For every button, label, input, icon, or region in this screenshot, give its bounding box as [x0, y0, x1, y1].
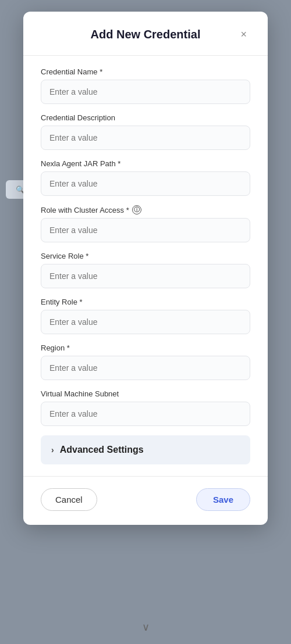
modal-footer: Cancel Save [41, 488, 250, 511]
field-group-credential-name: Credential Name * [41, 67, 250, 104]
input-entity-role[interactable] [41, 310, 250, 334]
modal-header: Add New Credential × [41, 28, 250, 41]
label-nexla-agent-jar-path: Nexla Agent JAR Path * [41, 159, 250, 168]
label-role-with-cluster-access: Role with Cluster Access *ⓘ [41, 205, 250, 214]
info-icon[interactable]: ⓘ [132, 205, 141, 214]
label-credential-description: Credential Description [41, 113, 250, 122]
advanced-settings-button[interactable]: › Advanced Settings [41, 435, 250, 464]
cancel-button[interactable]: Cancel [41, 488, 97, 511]
fields-container: Credential Name *Credential DescriptionN… [41, 67, 250, 426]
chevron-right-icon: › [51, 445, 54, 455]
input-virtual-machine-subnet[interactable] [41, 402, 250, 426]
modal-title: Add New Credential [91, 28, 201, 41]
save-button[interactable]: Save [196, 488, 250, 511]
field-group-entity-role: Entity Role * [41, 298, 250, 334]
field-group-role-with-cluster-access: Role with Cluster Access *ⓘ [41, 205, 250, 242]
header-divider [23, 55, 268, 56]
label-entity-role: Entity Role * [41, 298, 250, 306]
input-region[interactable] [41, 356, 250, 380]
field-group-region: Region * [41, 344, 250, 380]
input-role-with-cluster-access[interactable] [41, 218, 250, 242]
label-region: Region * [41, 344, 250, 352]
chevron-down-icon: ∨ [142, 621, 150, 634]
backdrop: 🔍 Add New Credential × Credential Name *… [0, 0, 291, 644]
field-group-nexla-agent-jar-path: Nexla Agent JAR Path * [41, 159, 250, 196]
field-group-service-role: Service Role * [41, 252, 250, 288]
field-group-credential-description: Credential Description [41, 113, 250, 150]
input-service-role[interactable] [41, 264, 250, 288]
advanced-settings-label: Advanced Settings [60, 445, 144, 455]
footer-divider [23, 476, 268, 477]
field-group-virtual-machine-subnet: Virtual Machine Subnet [41, 389, 250, 426]
label-virtual-machine-subnet: Virtual Machine Subnet [41, 389, 250, 398]
label-service-role: Service Role * [41, 252, 250, 260]
input-credential-description[interactable] [41, 126, 250, 150]
input-credential-name[interactable] [41, 80, 250, 104]
modal-dialog: Add New Credential × Credential Name *Cr… [23, 12, 268, 525]
close-button[interactable]: × [237, 28, 250, 41]
input-nexla-agent-jar-path[interactable] [41, 171, 250, 196]
label-credential-name: Credential Name * [41, 67, 250, 76]
